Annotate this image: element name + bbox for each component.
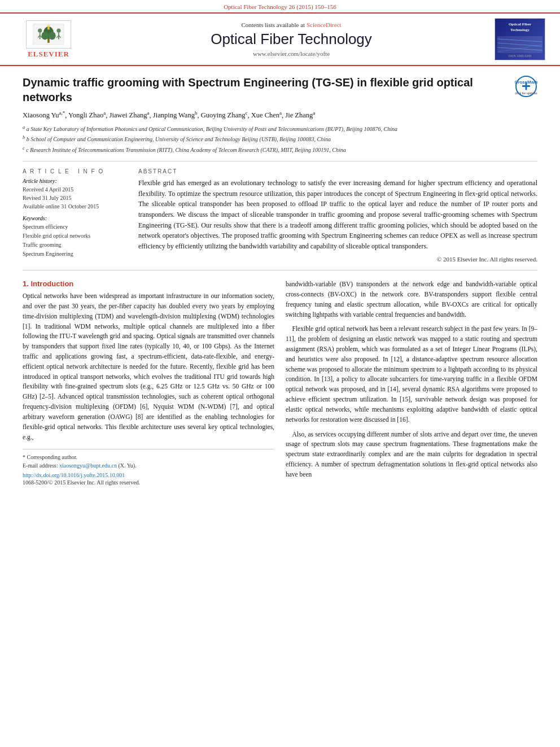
journal-info-bar: Optical Fiber Technology 26 (2015) 150–1… <box>0 0 560 12</box>
journal-header: ELSEVIER Contents lists available at Sci… <box>0 12 560 66</box>
article-info-panel: A R T I C L E I N F O Article history: R… <box>23 168 127 263</box>
article-info-abstract-section: A R T I C L E I N F O Article history: R… <box>23 168 537 263</box>
journal-citation: Optical Fiber Technology 26 (2015) 150–1… <box>224 3 336 10</box>
keywords-section: Keywords: Spectrum efficiency Flexible g… <box>23 215 127 259</box>
revised-date: Revised 31 July 2015 <box>23 194 127 202</box>
affiliation-c: c c Research Institute of Telecommunicat… <box>23 145 537 154</box>
svg-line-15 <box>497 39 542 42</box>
cover-small-text: ISSN 1068-5200 <box>509 54 532 58</box>
cover-decoration <box>497 36 542 53</box>
keywords-label: Keywords: <box>23 215 127 221</box>
publisher-logo-area: ELSEVIER <box>9 20 88 59</box>
main-content: Dynamic traffic grooming with Spectrum E… <box>0 66 560 495</box>
authors-text: Xiaosong Yua,*, Yongli Zhaoa, Jiawei Zha… <box>23 111 315 119</box>
cover-title-text: Optical FiberTechnology <box>508 21 532 33</box>
received-date: Received 4 April 2015 <box>23 185 127 194</box>
svg-point-1 <box>38 29 42 33</box>
authors-line: Xiaosong Yua,*, Yongli Zhaoa, Jiawei Zha… <box>23 110 537 120</box>
introduction-col-right: bandwidth-variable (BV) transponders at … <box>286 279 537 486</box>
svg-point-9 <box>56 29 60 33</box>
abstract-text: Flexible grid has emerged as an evolutio… <box>138 178 537 251</box>
science-direct-notice: Contents lists available at ScienceDirec… <box>88 21 495 28</box>
keyword-3: Traffic grooming <box>23 241 127 250</box>
history-label: Article history: <box>23 178 127 184</box>
svg-line-17 <box>497 47 542 50</box>
copyright-notice: © 2015 Elsevier Inc. All rights reserved… <box>138 256 537 263</box>
elsevier-logo: ELSEVIER <box>26 20 71 59</box>
intro-para-right-3: Also, as services occupying different nu… <box>286 430 537 480</box>
intro-para-right-2: Flexible grid optical network has been a… <box>286 324 537 425</box>
intro-para-right-1: bandwidth-variable (BV) transponders at … <box>286 279 537 320</box>
elsevier-text-label: ELSEVIER <box>28 50 69 59</box>
journal-title: Optical Fiber Technology <box>88 30 495 48</box>
cover-decoration-svg <box>497 36 542 53</box>
crossmark-badge: CrossMark click for updates <box>515 75 537 98</box>
affiliation-b: b b School of Computer and Communication… <box>23 134 537 143</box>
doi-link[interactable]: http://dx.doi.org/10.1016/j.yofte.2015.1… <box>23 472 274 478</box>
elsevier-logo-image <box>26 20 71 49</box>
svg-point-8 <box>49 32 56 40</box>
footnote-section: * Corresponding author. E-mail address: … <box>23 449 274 486</box>
journal-cover-image: Optical FiberTechnology ISSN 1068-5200 <box>495 18 545 60</box>
available-date: Available online 31 October 2015 <box>23 202 127 211</box>
science-direct-link[interactable]: ScienceDirect <box>307 21 342 28</box>
article-history-section: Article history: Received 4 April 2015 R… <box>23 178 127 211</box>
abstract-panel: ABSTRACT Flexible grid has emerged as an… <box>138 168 537 263</box>
corresponding-author-note: * Corresponding author. <box>23 453 274 461</box>
introduction-section: 1. Introduction Optical networks have be… <box>23 279 537 486</box>
email-note: E-mail address: xiaosongyu@bupt.edu.cn (… <box>23 461 274 470</box>
article-title-text: Dynamic traffic grooming with Spectrum E… <box>23 75 509 104</box>
introduction-heading: 1. Introduction <box>23 279 274 288</box>
keyword-4: Spectrum Engineering <box>23 250 127 259</box>
introduction-body-right: bandwidth-variable (BV) transponders at … <box>286 279 537 479</box>
svg-line-18 <box>497 45 542 52</box>
footer-copyright: 1068-5200/© 2015 Elsevier Inc. All right… <box>23 479 274 486</box>
svg-point-14 <box>47 24 50 27</box>
keyword-2: Flexible grid optical networks <box>23 231 127 241</box>
divider-2 <box>23 270 537 270</box>
elsevier-svg <box>29 21 68 47</box>
article-info-label: A R T I C L E I N F O <box>23 168 127 174</box>
abstract-label: ABSTRACT <box>138 168 537 174</box>
svg-point-7 <box>41 32 49 40</box>
affiliations: a a State Key Laboratory of Information … <box>23 124 537 154</box>
introduction-two-col: 1. Introduction Optical networks have be… <box>23 279 537 486</box>
journal-url: www.elsevier.com/locate/yofte <box>88 50 495 57</box>
svg-rect-22 <box>526 82 527 90</box>
introduction-body-left: Optical networks have been widespread as… <box>23 291 274 442</box>
journal-cover-area: Optical FiberTechnology ISSN 1068-5200 <box>495 18 551 60</box>
divider-1 <box>23 161 537 161</box>
email-link[interactable]: xiaosongyu@bupt.edu.cn <box>59 462 117 469</box>
affiliation-a: a a State Key Laboratory of Information … <box>23 124 537 133</box>
introduction-col-left: 1. Introduction Optical networks have be… <box>23 279 274 486</box>
svg-text:click for updates: click for updates <box>515 91 537 95</box>
journal-title-area: Contents lists available at ScienceDirec… <box>88 21 495 57</box>
article-title-area: Dynamic traffic grooming with Spectrum E… <box>23 75 537 104</box>
keyword-1: Spectrum efficiency <box>23 222 127 231</box>
intro-para-1: Optical networks have been widespread as… <box>23 291 274 442</box>
